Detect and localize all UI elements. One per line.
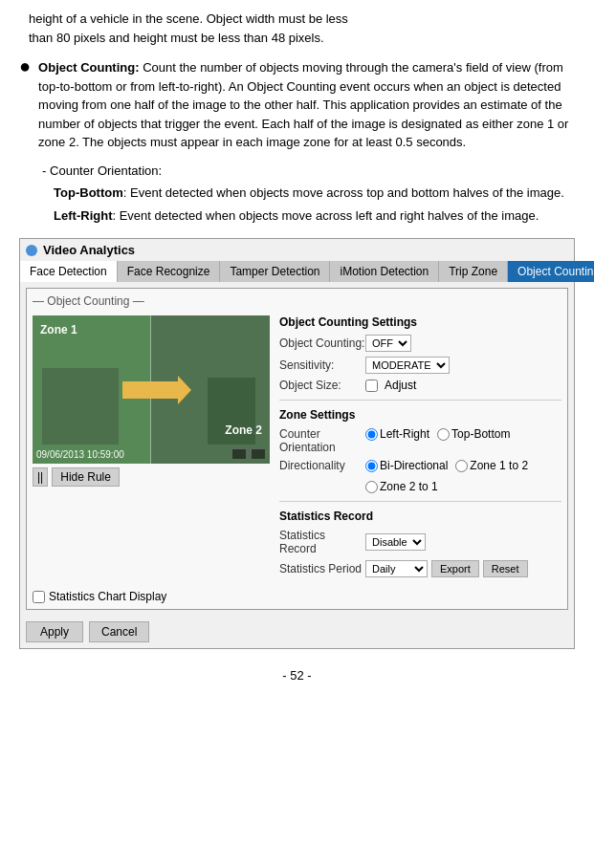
camera-machinery-left: [42, 368, 119, 445]
camera-section: Zone 1 Zone 2 09/06/2013 10:59:00: [33, 315, 270, 582]
camera-icon-2: [251, 448, 266, 460]
radio-bi-label: Bi-Directional: [380, 459, 448, 472]
tab-object-counting[interactable]: Object Counting: [508, 261, 594, 282]
preview-image-area: Zone 1 Zone 2 09/06/2013 10:59:00: [33, 315, 270, 464]
counter-orientation-radios: Left-Right Top-Bottom: [365, 427, 510, 441]
sub-item-text-tb: : Event detected when objects move acros…: [123, 185, 564, 200]
tab-face-recognize[interactable]: Face Recognize: [118, 261, 221, 282]
camera-bg: Zone 1 Zone 2 09/06/2013 10:59:00: [33, 315, 270, 464]
radio-bi[interactable]: [365, 460, 378, 472]
object-size-label: Object Size:: [279, 379, 365, 392]
bullet-dot: ●: [19, 55, 31, 77]
radio-tb-label: Top-Bottom: [451, 427, 510, 441]
radio-z1to2[interactable]: [455, 460, 468, 472]
object-counting-row: Object Counting: OFF ON: [279, 335, 561, 352]
action-bar: Apply Cancel: [20, 616, 574, 648]
panel-title: — Object Counting —: [33, 294, 561, 308]
reset-button[interactable]: Reset: [483, 560, 528, 577]
object-size-checkbox-label: Adjust: [385, 379, 416, 392]
directionality-label: Directionality: [279, 459, 365, 472]
object-size-control: Adjust: [365, 379, 416, 392]
sub-item-left-right: Left-Right: Event detected when objects …: [54, 206, 575, 226]
intro-line2: than 80 pixels and height must be less t…: [29, 31, 324, 45]
sub-item-text-lr: : Event detected when objects move acros…: [112, 208, 539, 223]
sensitivity-control: MODERATE LOW HIGH: [365, 357, 450, 374]
object-counting-settings-title: Object Counting Settings: [279, 315, 561, 329]
panel-inner: Zone 1 Zone 2 09/06/2013 10:59:00: [33, 315, 561, 582]
radio-z2to1-label: Zone 2 to 1: [380, 480, 438, 493]
stats-record-select[interactable]: Disable Enable: [365, 533, 426, 551]
zone2-label: Zone 2: [225, 423, 262, 437]
hide-rule-button[interactable]: Hide Rule: [52, 467, 120, 487]
sub-section: - Counter Orientation: Top-Bottom: Event…: [42, 162, 575, 226]
divider-2: [279, 501, 561, 502]
radio-lr[interactable]: [365, 428, 378, 441]
va-header-icon: [26, 245, 37, 256]
radio-z2to1-item[interactable]: Zone 2 to 1: [365, 480, 438, 493]
stats-period-control: Daily Weekly Monthly Export Reset: [365, 560, 528, 577]
directionality-radios: Bi-Directional Zone 1 to 2 Zone 2 to 1: [365, 459, 561, 493]
bullet-term: Object Counting:: [38, 60, 139, 75]
tab-tamper-detection[interactable]: Tamper Detection: [220, 261, 330, 282]
tab-face-detection[interactable]: Face Detection: [20, 261, 118, 282]
tab-trip-zone[interactable]: Trip Zone: [439, 261, 508, 282]
control-bar: || Hide Rule: [33, 467, 270, 487]
counter-orientation-label: Counter Orientation: [279, 427, 365, 454]
arrow-container: [122, 381, 180, 399]
object-counting-panel: — Object Counting — Zone 1 Zone 2: [26, 288, 568, 610]
stats-section-title: Statistics Record: [279, 510, 561, 523]
sensitivity-select[interactable]: MODERATE LOW HIGH: [365, 357, 450, 374]
sub-item-label-lr: Left-Right: [54, 208, 112, 223]
object-counting-label: Object Counting:: [279, 336, 365, 350]
intro-text: height of a vehicle in the scene. Object…: [19, 10, 575, 47]
directionality-row: Directionality Bi-Directional Zone 1 to …: [279, 459, 561, 493]
tab-imotion-detection[interactable]: iMotion Detection: [330, 261, 439, 282]
camera-icon-1: [231, 448, 247, 460]
stats-chart-checkbox[interactable]: [33, 591, 45, 603]
video-analytics-container: Video Analytics Face Detection Face Reco…: [19, 238, 575, 649]
object-counting-control: OFF ON: [365, 335, 411, 352]
object-counting-select[interactable]: OFF ON: [365, 335, 411, 352]
stats-chart-row: Statistics Chart Display: [33, 590, 561, 603]
object-size-checkbox[interactable]: [365, 380, 378, 392]
radio-tb[interactable]: [437, 428, 450, 441]
export-button[interactable]: Export: [431, 560, 479, 577]
sub-item-label-tb: Top-Bottom: [54, 185, 123, 200]
zone-settings-title: Zone Settings: [279, 408, 561, 422]
tab-bar: Face Detection Face Recognize Tamper Det…: [20, 261, 574, 282]
stats-period-row: Statistics Period Daily Weekly Monthly E…: [279, 560, 561, 577]
cancel-button[interactable]: Cancel: [89, 621, 149, 642]
sub-header: - Counter Orientation:: [42, 162, 575, 181]
va-header-title: Video Analytics: [43, 243, 135, 257]
page-number: - 52 -: [19, 668, 575, 683]
divider-1: [279, 400, 561, 401]
stats-record-row: Statistics Record Disable Enable: [279, 529, 561, 555]
bullet-object-counting: ● Object Counting: Count the number of o…: [19, 58, 575, 225]
sensitivity-row: Sensitivity: MODERATE LOW HIGH: [279, 357, 561, 374]
bullet-content: Object Counting: Count the number of obj…: [38, 58, 575, 225]
object-size-row: Object Size: Adjust: [279, 379, 561, 392]
settings-panel: Object Counting Settings Object Counting…: [279, 315, 561, 582]
radio-lr-label: Left-Right: [380, 427, 429, 441]
sub-item-top-bottom: Top-Bottom: Event detected when objects …: [54, 184, 575, 203]
radio-z2to1[interactable]: [365, 481, 378, 493]
sensitivity-label: Sensitivity:: [279, 358, 365, 372]
timestamp: 09/06/2013 10:59:00: [36, 449, 124, 460]
stats-period-select[interactable]: Daily Weekly Monthly: [365, 560, 428, 577]
stats-period-label: Statistics Period: [279, 562, 365, 575]
apply-button[interactable]: Apply: [26, 621, 83, 642]
counter-orientation-row: Counter Orientation Left-Right Top-Botto…: [279, 427, 561, 454]
radio-tb-item[interactable]: Top-Bottom: [437, 427, 510, 441]
pause-button[interactable]: ||: [33, 467, 48, 487]
radio-bi-item[interactable]: Bi-Directional: [365, 459, 448, 472]
va-header: Video Analytics: [20, 239, 574, 261]
radio-lr-item[interactable]: Left-Right: [365, 427, 429, 441]
stats-chart-label: Statistics Chart Display: [49, 590, 166, 603]
zone1-label: Zone 1: [40, 323, 77, 336]
direction-arrow: [122, 381, 180, 399]
stats-record-control: Disable Enable: [365, 533, 426, 551]
stats-record-label: Statistics Record: [279, 529, 365, 555]
radio-z1to2-item[interactable]: Zone 1 to 2: [455, 459, 528, 472]
camera-icons: [231, 448, 266, 460]
intro-line1: height of a vehicle in the scene. Object…: [29, 11, 348, 26]
